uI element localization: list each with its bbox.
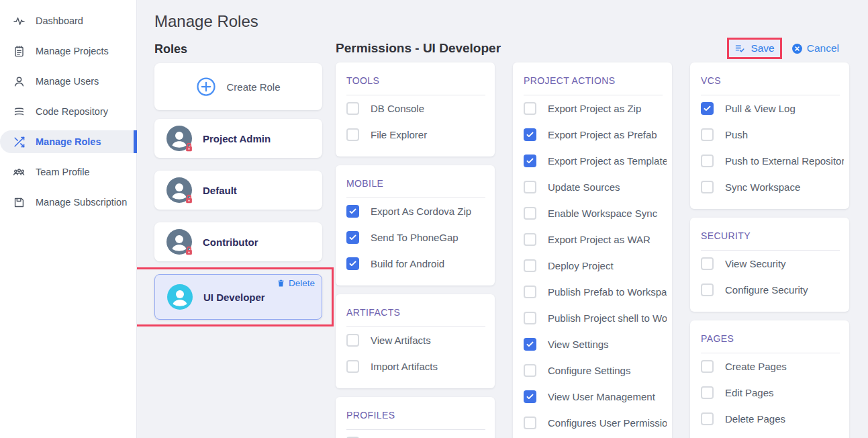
checkbox-unchecked[interactable] xyxy=(701,181,714,193)
sidebar-item-manage-roles[interactable]: Manage Roles xyxy=(0,130,136,153)
checkbox-checked[interactable] xyxy=(701,102,714,115)
checkbox-unchecked[interactable] xyxy=(346,128,359,141)
permission-row-publish-prefab-to-workspace[interactable]: Publish Prefab to Workspace xyxy=(524,279,667,305)
role-card-wrap: Contributor xyxy=(154,222,322,261)
role-card-contributor[interactable]: Contributor xyxy=(154,222,322,261)
permission-row-configure-settings[interactable]: Configure Settings xyxy=(524,357,667,384)
checkbox-checked[interactable] xyxy=(524,390,536,403)
permission-row-enable-workspace-sync[interactable]: Enable Workspace Sync xyxy=(524,200,667,226)
checkbox-checked[interactable] xyxy=(524,155,536,167)
permission-row-view-settings[interactable]: View Settings xyxy=(524,331,667,357)
checkbox-unchecked[interactable] xyxy=(524,207,536,220)
permission-row-update-sources[interactable]: Update Sources xyxy=(524,174,667,200)
permission-row-deploy-project[interactable]: Deploy Project xyxy=(524,253,667,279)
checkbox-checked[interactable] xyxy=(346,257,359,270)
checkbox-unchecked[interactable] xyxy=(524,286,536,298)
permission-row-export-as-cordova-zip[interactable]: Export As Cordova Zip xyxy=(346,198,489,224)
sidebar-item-manage-projects[interactable]: Manage Projects xyxy=(0,40,136,62)
role-card-project-admin[interactable]: Project Admin xyxy=(154,119,322,158)
permission-label: Import Artifacts xyxy=(371,361,438,372)
sidebar-item-code-repository[interactable]: Code Repository xyxy=(0,100,136,123)
permission-row-create-pages[interactable]: Create Pages xyxy=(701,353,844,380)
checkbox-unchecked[interactable] xyxy=(701,360,714,373)
cancel-button[interactable]: Cancel xyxy=(791,42,839,54)
checkbox-unchecked[interactable] xyxy=(524,102,536,115)
checkbox-unchecked[interactable] xyxy=(524,181,536,193)
role-card-wrap: Default xyxy=(154,171,322,210)
permission-row-import-artifacts[interactable]: Import Artifacts xyxy=(346,353,489,380)
permission-row-sync-workspace[interactable]: Sync Workspace xyxy=(701,174,844,200)
create-role-button[interactable]: Create Role xyxy=(154,63,322,110)
permission-label: Delete Pages xyxy=(725,413,785,425)
permission-row-export-project-as-zip[interactable]: Export Project as Zip xyxy=(524,95,667,122)
sidebar-item-label: Dashboard xyxy=(36,15,83,26)
permission-label: Edit Pages xyxy=(725,387,774,398)
permission-row-delete-pages[interactable]: Delete Pages xyxy=(701,406,844,432)
permission-row-configure-security[interactable]: Configure Security xyxy=(701,277,844,303)
checkbox-unchecked[interactable] xyxy=(701,257,714,270)
save-button-label: Save xyxy=(751,42,774,54)
roles-list: Project AdminDefaultContributorUI Develo… xyxy=(154,119,322,320)
permission-row-db-console[interactable]: DB Console xyxy=(346,95,489,122)
checkbox-checked[interactable] xyxy=(524,128,536,141)
cancel-button-label: Cancel xyxy=(807,42,839,54)
layers-icon xyxy=(13,105,26,118)
floppy-icon xyxy=(13,196,26,209)
role-name: Contributor xyxy=(203,236,258,248)
permission-label: Push to External Repository xyxy=(725,155,844,167)
checkbox-unchecked[interactable] xyxy=(524,312,536,324)
permission-row-push-to-external-repository[interactable]: Push to External Repository xyxy=(701,148,844,174)
sidebar-item-team-profile[interactable]: Team Profile xyxy=(0,161,136,183)
checkbox-checked[interactable] xyxy=(346,231,359,244)
permission-row-export-project-as-prefab[interactable]: Export Project as Prefab xyxy=(524,122,667,148)
permission-row-export-project-as-war[interactable]: Export Project as WAR xyxy=(524,226,667,253)
permission-row-view-artifacts[interactable]: View Artifacts xyxy=(346,327,489,353)
main-content: Manage Roles Roles Create Role Project A… xyxy=(137,0,868,438)
sidebar-item-dashboard[interactable]: Dashboard xyxy=(0,9,136,32)
permission-row-send-to-phonegap[interactable]: Send To PhoneGap xyxy=(346,224,489,251)
checkbox-unchecked[interactable] xyxy=(346,334,359,347)
checkbox-unchecked[interactable] xyxy=(701,128,714,141)
checkbox-unchecked[interactable] xyxy=(524,364,536,377)
roles-panel: Roles Create Role Project AdminDefaultCo… xyxy=(154,31,322,438)
sidebar-item-manage-subscription[interactable]: Manage Subscription xyxy=(0,191,136,214)
checkbox-unchecked[interactable] xyxy=(701,386,714,399)
permission-row-configure-profiles[interactable]: Configure Profiles xyxy=(346,430,489,438)
permission-row-view-pages[interactable]: View Pages xyxy=(701,432,844,438)
checkbox-unchecked[interactable] xyxy=(346,102,359,115)
sidebar-nav: DashboardManage ProjectsManage UsersCode… xyxy=(0,9,136,214)
permission-row-build-for-android[interactable]: Build for Android xyxy=(346,251,489,277)
permission-row-view-user-management[interactable]: View User Management xyxy=(524,384,667,410)
lock-icon xyxy=(183,245,195,257)
checkbox-checked[interactable] xyxy=(346,205,359,218)
role-avatar-icon xyxy=(167,284,193,310)
checkbox-unchecked[interactable] xyxy=(701,412,714,425)
role-card-wrap: Project Admin xyxy=(154,119,322,158)
delete-role-button[interactable]: Delete xyxy=(277,278,315,288)
checkbox-unchecked[interactable] xyxy=(524,417,536,429)
lock-icon xyxy=(183,142,195,153)
permission-row-pull-view-log[interactable]: Pull & View Log xyxy=(701,95,844,122)
checkbox-unchecked[interactable] xyxy=(701,283,714,296)
role-card-default[interactable]: Default xyxy=(154,171,322,210)
checkbox-unchecked[interactable] xyxy=(346,360,359,373)
save-button[interactable]: Save xyxy=(729,40,779,56)
checkbox-unchecked[interactable] xyxy=(524,233,536,246)
permission-row-file-explorer[interactable]: File Explorer xyxy=(346,122,489,148)
checkbox-checked[interactable] xyxy=(524,338,536,351)
checkbox-unchecked[interactable] xyxy=(701,155,714,167)
checkbox-unchecked[interactable] xyxy=(524,259,536,272)
permissions-header: Permissions - UI Developer Save Cancel xyxy=(336,40,839,56)
lock-icon xyxy=(183,193,195,205)
permission-row-publish-project-shell-to-wor[interactable]: Publish Project shell to Wor. xyxy=(524,305,667,331)
permission-row-configures-user-permissions[interactable]: Configures User Permissions xyxy=(524,410,667,436)
permission-row-export-project-as-template[interactable]: Export Project as Template . xyxy=(524,148,667,174)
permission-row-edit-pages[interactable]: Edit Pages xyxy=(701,380,844,406)
sidebar-item-manage-users[interactable]: Manage Users xyxy=(0,70,136,93)
permission-label: Build for Android xyxy=(371,258,444,269)
permission-row-push[interactable]: Push xyxy=(701,122,844,148)
permission-label: Publish Project shell to Wor. xyxy=(548,312,667,324)
role-card-ui-developer[interactable]: UI DeveloperDelete xyxy=(154,274,322,320)
permission-row-view-security[interactable]: View Security xyxy=(701,251,844,277)
permission-label: Send To PhoneGap xyxy=(371,232,459,243)
